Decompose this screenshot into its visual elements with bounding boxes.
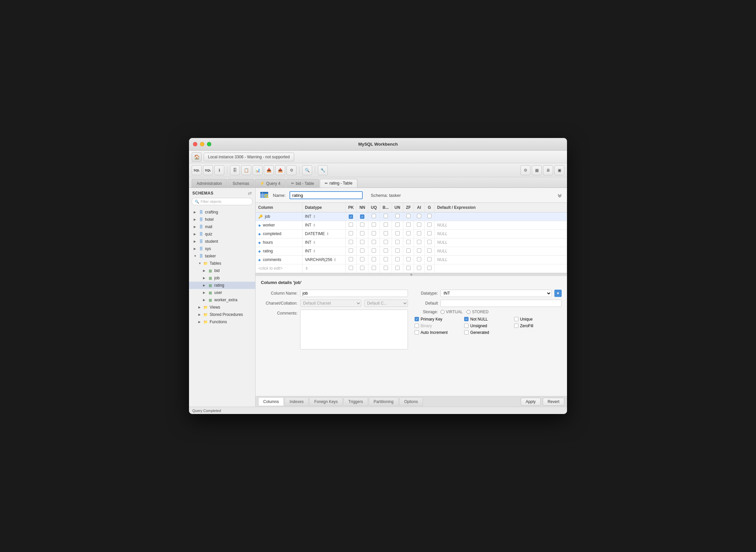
ai-checkbox[interactable] — [417, 231, 421, 236]
col-pk-cell[interactable] — [345, 230, 357, 238]
col-un-cell[interactable] — [392, 230, 403, 238]
col-new-zf[interactable] — [403, 264, 414, 273]
table-row[interactable]: ◆ worker INT ⇕ — [255, 221, 567, 230]
sidebar-item-tables[interactable]: ▼ 📁 Tables — [189, 260, 255, 267]
uq-checkbox[interactable] — [372, 240, 376, 244]
toolbar-sql-btn-2[interactable]: SQL — [203, 165, 213, 175]
pk-checkbox[interactable] — [349, 248, 353, 253]
sidebar-item-tasker[interactable]: ▼ 🗄 tasker — [189, 252, 255, 260]
col-zf-cell[interactable] — [403, 230, 414, 238]
toolbar-view-btn-1[interactable]: ▦ — [532, 165, 542, 175]
b-checkbox[interactable] — [384, 248, 388, 253]
tab-partitioning[interactable]: Partitioning — [369, 397, 399, 406]
col-g-cell[interactable] — [424, 255, 434, 264]
datatype-config-btn[interactable]: ▼ — [554, 290, 562, 297]
nn-checkbox[interactable] — [360, 240, 364, 244]
toolbar-view-btn-2[interactable]: 🖥 — [543, 165, 553, 175]
tab-bid[interactable]: ✏ bid - Table — [286, 179, 319, 187]
sidebar-item-crafting[interactable]: ▶ 🗄 crafting — [189, 209, 255, 216]
new-uq-checkbox[interactable] — [372, 266, 376, 270]
col-uq-cell[interactable] — [368, 255, 380, 264]
datatype-arrow[interactable]: ⇕ — [326, 232, 329, 236]
toolbar-export-btn[interactable]: 📤 — [275, 165, 285, 175]
col-b-cell[interactable] — [380, 212, 392, 221]
close-button[interactable] — [193, 142, 197, 146]
sidebar-item-functions[interactable]: ▶ 📁 Functions — [189, 318, 255, 325]
ai-checkbox[interactable] — [417, 248, 421, 253]
col-name-input[interactable] — [300, 290, 408, 297]
new-datatype-arrow[interactable]: ⇕ — [305, 266, 308, 270]
nn-checkbox[interactable] — [360, 248, 364, 253]
un-checkbox[interactable] — [395, 231, 400, 236]
uq-checkbox[interactable] — [372, 223, 376, 227]
tab-query4[interactable]: ⚡ Query 4 — [255, 179, 286, 187]
col-new-nn[interactable] — [357, 264, 368, 273]
col-new-un[interactable] — [392, 264, 403, 273]
unsigned-checkbox[interactable] — [464, 323, 468, 328]
stored-radio-item[interactable]: STORED — [466, 310, 489, 314]
auto-increment-checkbox[interactable] — [415, 330, 419, 334]
sidebar-item-mail[interactable]: ▶ 🗄 mail — [189, 223, 255, 231]
toolbar-misc-btn[interactable]: 🔧 — [318, 165, 328, 175]
sidebar-item-stored-procedures[interactable]: ▶ 📁 Stored Procedures — [189, 311, 255, 318]
uq-checkbox[interactable] — [372, 248, 376, 253]
sidebar-manage-btn[interactable]: ⇄ — [248, 190, 252, 196]
col-uq-cell[interactable] — [368, 230, 380, 238]
panel-divider[interactable] — [255, 273, 567, 276]
nn-checkbox[interactable] — [360, 215, 364, 219]
nn-checkbox[interactable] — [360, 231, 364, 236]
col-ai-cell[interactable] — [414, 238, 424, 247]
tab-options[interactable]: Options — [399, 397, 423, 406]
new-zf-checkbox[interactable] — [406, 266, 411, 270]
col-uq-cell[interactable] — [368, 238, 380, 247]
col-new-ai[interactable] — [414, 264, 424, 273]
tab-schemas[interactable]: Schemas — [228, 179, 254, 187]
nn-checkbox[interactable] — [360, 257, 364, 261]
col-uq-cell[interactable] — [368, 212, 380, 221]
new-pk-checkbox[interactable] — [349, 266, 353, 270]
virtual-radio[interactable] — [441, 310, 445, 314]
g-checkbox[interactable] — [427, 214, 432, 218]
pk-checkbox[interactable] — [349, 223, 353, 227]
toolbar-search-btn[interactable]: 🔍 — [302, 165, 312, 175]
minimize-button[interactable] — [200, 142, 204, 146]
zf-checkbox[interactable] — [406, 240, 411, 244]
un-checkbox[interactable] — [395, 257, 400, 261]
zf-checkbox[interactable] — [406, 214, 411, 218]
pk-checkbox[interactable] — [349, 257, 353, 261]
ai-checkbox[interactable] — [417, 214, 421, 218]
col-new-b[interactable] — [380, 264, 392, 273]
sidebar-item-views[interactable]: ▶ 📁 Views — [189, 304, 255, 311]
col-un-cell[interactable] — [392, 212, 403, 221]
col-g-cell[interactable] — [424, 238, 434, 247]
col-new-pk[interactable] — [345, 264, 357, 273]
revert-button[interactable]: Revert — [543, 398, 564, 406]
datatype-arrow[interactable]: ⇕ — [313, 241, 316, 245]
unique-checkbox[interactable] — [514, 317, 518, 321]
col-g-cell[interactable] — [424, 221, 434, 230]
col-b-cell[interactable] — [380, 230, 392, 238]
b-checkbox[interactable] — [384, 231, 388, 236]
g-checkbox[interactable] — [427, 240, 432, 244]
sidebar-item-rating[interactable]: ▶ ▦ rating — [189, 282, 255, 289]
comments-textarea[interactable] — [300, 310, 408, 350]
cb-primary-key[interactable]: Primary Key — [415, 317, 462, 321]
col-ai-cell[interactable] — [414, 247, 424, 255]
col-g-cell[interactable] — [424, 230, 434, 238]
toolbar-db-btn[interactable]: 🗄 — [230, 165, 240, 175]
col-uq-cell[interactable] — [368, 221, 380, 230]
new-ai-checkbox[interactable] — [417, 266, 421, 270]
toolbar-settings-btn[interactable]: ⚙ — [520, 165, 530, 175]
col-un-cell[interactable] — [392, 255, 403, 264]
tab-rating[interactable]: ✏ rating - Table — [320, 179, 357, 187]
pk-checkbox[interactable] — [349, 231, 353, 236]
new-nn-checkbox[interactable] — [360, 266, 364, 270]
datatype-arrow[interactable]: ⇕ — [313, 223, 316, 228]
sidebar-item-sys[interactable]: ▶ 🗄 sys — [189, 245, 255, 252]
toolbar-info-btn[interactable]: ℹ — [214, 165, 224, 175]
toolbar-schema-btn[interactable]: 📋 — [241, 165, 251, 175]
new-b-checkbox[interactable] — [384, 266, 388, 270]
ai-checkbox[interactable] — [417, 257, 421, 261]
instance-tab[interactable]: Local instance 3306 - Warning - not supp… — [204, 153, 294, 161]
uq-checkbox[interactable] — [372, 257, 376, 261]
